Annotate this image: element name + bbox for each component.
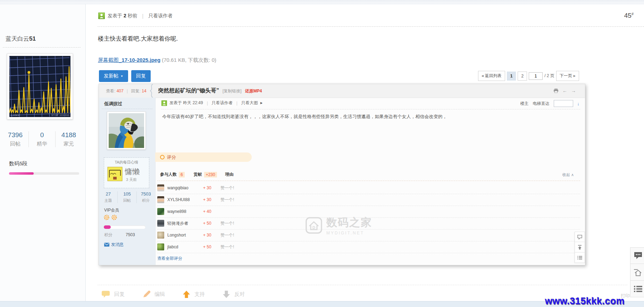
rating-row: wangqibiao + 30 赞一个! [157, 182, 580, 194]
vip-gear-icon [111, 214, 117, 221]
comment-dots-icon [634, 251, 643, 260]
pencil-icon [142, 290, 151, 299]
mood-title: TA的每日心情 [104, 160, 149, 165]
stat-label: 回帖 [2, 141, 28, 147]
rating-row: jlabcd + 50 赞一个! [157, 241, 580, 253]
view-author-link[interactable]: 只看该作者 [148, 13, 173, 19]
page-1[interactable]: 1 [507, 72, 516, 81]
new-post-button[interactable]: 发新帖▼ [99, 70, 128, 82]
home-icon [633, 268, 643, 277]
thumbs-up-arrow-icon [182, 290, 191, 298]
shot-elevator-bar: 楼主 电梯直达 ↓ [520, 100, 580, 107]
contribution-label: 贡献 [194, 172, 202, 177]
rater-avatar [157, 208, 164, 215]
action-label: 回复 [114, 291, 125, 298]
user-avatar[interactable]: 2.00kV/ STOP 109,000 [7, 53, 73, 119]
reason-label: 理由 [225, 172, 234, 177]
printer-icon [553, 88, 559, 93]
rating-score: + 50 [203, 221, 220, 226]
shot-post-header: 发表于 昨天 22:49 | 只看该作者 | 只看大图 ▶ [161, 100, 262, 106]
stat-label: 精华 [29, 141, 55, 147]
level-progress-bar [9, 172, 79, 175]
arrow-right-icon: ▶ [574, 74, 576, 77]
reply-button[interactable]: 回复 [131, 70, 151, 82]
louzhu-label: 楼主 [520, 101, 529, 107]
rater-avatar [157, 196, 164, 203]
attachment-meta: (70.61 KB, 下载次数: 0) [162, 57, 216, 63]
stat-label: 积分 [137, 198, 155, 203]
rater-name: wayne898 [167, 209, 203, 214]
rater-name: XYLSHUI88 [167, 197, 203, 202]
shot-author-avatar [107, 111, 146, 150]
stat-digests[interactable]: 0 精华 [28, 131, 55, 147]
post-action-bar: 回复 编辑 支持 反对 [99, 290, 247, 299]
send-message-link: 发消息 [104, 242, 124, 248]
mydigit-logo-icon: D [306, 217, 322, 234]
edit-action-button[interactable]: 编辑 [140, 290, 167, 299]
watermark-site: MYDIGIT.NET [326, 231, 372, 235]
divider [157, 181, 580, 181]
envelope-icon [104, 243, 109, 247]
divider [98, 26, 644, 27]
vip-gear-icon [103, 214, 110, 221]
arrow-left-icon: ◀ [482, 74, 484, 77]
oscilloscope-waveform [9, 56, 70, 117]
shot-thread-title-row: 突然想起矿坛的“锄头哥” [复制链接] 还原MP4 [158, 87, 262, 94]
shot-thread-stats: 查看: 407 | 回复: 14 [106, 88, 147, 94]
rater-avatar [157, 243, 164, 250]
action-label: 支持 [194, 291, 205, 298]
rating-row: XYLSHUI88 + 30 赞一个! [157, 194, 580, 206]
score-progress-fill [104, 225, 111, 229]
scope-readout-left: 2.00kV/ [11, 114, 20, 116]
page-jump-input[interactable] [529, 72, 543, 80]
thumbs-down-arrow-icon [222, 290, 231, 298]
contribution-total: +230 [204, 172, 217, 177]
poster-avatar-icon [98, 13, 105, 19]
score-line: 积分7503 [104, 232, 135, 238]
mood-doodle-icon [107, 167, 123, 181]
score-progress-bar [104, 225, 145, 229]
stat-replies[interactable]: 7396 回帖 [2, 131, 28, 147]
list-nav-button[interactable] [630, 281, 644, 297]
attachment-screenshot-image[interactable]: 查看: 407 | 回复: 14 突然想起矿坛的“锄头哥” [复制链接] 还原M… [99, 84, 585, 265]
username-suffix: 51 [29, 35, 36, 42]
action-label: 编辑 [154, 291, 165, 298]
shot-toolbar: ← → [553, 88, 576, 93]
next-page-button[interactable]: 下一页 ▶ [556, 71, 579, 81]
shot-view-author: 只看该作者 [212, 100, 233, 106]
watermark-name: 数码之家 [326, 215, 372, 230]
shot-view-image: 只看大图 [241, 100, 258, 106]
oppose-action-button[interactable]: 反对 [220, 290, 247, 299]
post-content: 楼主快去看看吧.大家想着你呢. [98, 35, 178, 43]
rating-score: + 30 [203, 185, 220, 190]
rater-avatar [157, 232, 164, 239]
post-header: 发表于 2 秒前 | 只看该作者 [98, 13, 173, 19]
sidebar-username-link[interactable]: 蓝天白云51 [6, 35, 36, 43]
stat-value: 7396 [2, 131, 28, 139]
page-2[interactable]: 2 [518, 72, 527, 81]
rater-avatar [157, 184, 164, 191]
rating-section-label: 评分 [167, 154, 176, 160]
attachment-link[interactable]: 屏幕截图_17-10-2025.jpeg [98, 57, 160, 63]
stat-credits[interactable]: 4188 家元 [55, 131, 82, 147]
rater-name: jlabcd [167, 244, 203, 249]
svg-text:D: D [312, 225, 315, 230]
top-strip [0, 0, 644, 4]
stat-label: 家元 [56, 141, 82, 147]
reply-action-button[interactable]: 回复 [99, 290, 127, 299]
support-action-button[interactable]: 支持 [180, 290, 207, 299]
attachment-line: 屏幕截图_17-10-2025.jpeg (70.61 KB, 下载次数: 0) [98, 57, 216, 64]
comments-nav-button[interactable] [630, 247, 644, 264]
home-nav-button[interactable] [630, 264, 644, 281]
page-total: / 2 页 [544, 73, 554, 79]
shot-author-name: 低调掠过 [104, 101, 122, 107]
stat-value: 27 [99, 191, 117, 197]
mood-word: 慵懒 [125, 167, 140, 176]
rating-score: + 50 [203, 244, 220, 249]
stat-label: 主题 [99, 198, 117, 203]
mydigit-watermark: D 数码之家 MYDIGIT.NET [306, 215, 372, 235]
divider [3, 47, 81, 48]
divider [161, 109, 580, 109]
back-to-list-button[interactable]: ◀ 返回列表 [478, 71, 505, 81]
post-buttons: 发新帖▼ 回复 [99, 70, 151, 82]
